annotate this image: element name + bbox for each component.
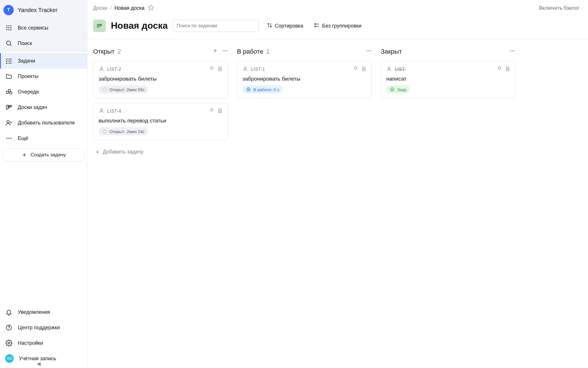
enable-backlog-button[interactable]: Включить бэклог	[536, 3, 582, 13]
task-card[interactable]: LIST-4выполнить перевод статьиОткрыт: 2м…	[93, 103, 228, 140]
search-input[interactable]	[177, 23, 255, 29]
svg-point-1	[8, 25, 9, 26]
svg-point-4	[8, 27, 9, 28]
create-task-button[interactable]: Создать задачу	[2, 148, 85, 161]
task-card[interactable]: LIST-написатЗакр	[381, 61, 516, 98]
sidebar-item-queues[interactable]: Очереди	[0, 84, 87, 100]
svg-point-43	[226, 50, 227, 51]
description-icon[interactable]	[505, 66, 510, 73]
status-text: В работе: 0 с	[253, 87, 279, 92]
sidebar-mid: Задачи Проекты Очереди Доски задач Добав…	[0, 51, 87, 304]
priority-icon[interactable]	[353, 66, 358, 73]
sidebar-item-notifications[interactable]: Уведомления	[0, 304, 87, 320]
board-icon	[5, 104, 13, 111]
column-body: LIST-1забронировать билетыВ работе: 0 с	[237, 61, 372, 98]
gear-icon	[5, 339, 13, 347]
priority-icon[interactable]	[209, 108, 214, 114]
svg-point-20	[7, 120, 9, 123]
add-card-button[interactable]	[212, 48, 218, 55]
svg-point-67	[514, 50, 515, 51]
board: Открыт2LIST-2забронировать билетыОткрыт:…	[93, 48, 582, 365]
sort-button[interactable]: Сортировка	[264, 21, 306, 31]
breadcrumb: Доски / Новая доска Включить бэклог	[87, 0, 588, 16]
brand-row[interactable]: T Yandex Tracker	[0, 0, 87, 20]
search-input-wrapper[interactable]	[173, 20, 259, 32]
sidebar: T Yandex Tracker Все сервисы Поиск Задач…	[0, 0, 87, 368]
column-body: LIST-2забронировать билетыОткрыт: 2мин 5…	[93, 61, 228, 157]
task-key: LIST-	[395, 67, 406, 72]
description-icon[interactable]	[217, 66, 222, 73]
sidebar-item-label: Очереди	[18, 89, 39, 95]
breadcrumb-root[interactable]: Доски	[93, 5, 107, 11]
board-scroll[interactable]: Открыт2LIST-2забронировать билетыОткрыт:…	[87, 40, 588, 368]
task-title: выполнить перевод статьи	[99, 118, 222, 124]
sidebar-item-search[interactable]: Поиск	[0, 36, 87, 51]
status-text: Закр	[397, 87, 406, 92]
svg-point-48	[103, 88, 106, 91]
sidebar-item-tasks[interactable]: Задачи	[0, 53, 87, 69]
status-chip: Открыт: 2мин 24с	[99, 127, 148, 135]
sidebar-item-settings[interactable]: Настройки	[0, 335, 87, 351]
sidebar-item-label: Добавить пользователя	[18, 120, 75, 126]
task-title: забронировать билеты	[242, 76, 366, 82]
svg-point-68	[388, 67, 390, 69]
add-task-button[interactable]: Добавить задачу	[93, 147, 228, 157]
back-marker-icon: ◀	[37, 361, 41, 367]
svg-point-16	[10, 92, 12, 94]
sort-icon	[267, 22, 273, 30]
task-key: LIST-1	[251, 67, 265, 72]
svg-point-66	[512, 50, 513, 51]
column-menu-button[interactable]	[510, 48, 516, 55]
sidebar-item-more[interactable]: Ещё	[0, 131, 87, 146]
status-text: Открыт: 2мин 24с	[109, 129, 145, 134]
sidebar-item-all-services[interactable]: Все сервисы	[0, 20, 87, 36]
column-body: LIST-написатЗакр	[381, 61, 516, 98]
description-icon[interactable]	[217, 108, 222, 114]
svg-point-65	[511, 50, 511, 51]
favorite-button[interactable]	[148, 4, 154, 12]
queues-icon	[5, 88, 13, 96]
svg-point-7	[8, 29, 9, 30]
sidebar-item-label: Уведомления	[18, 309, 50, 315]
svg-rect-60	[354, 67, 357, 70]
board-column-in_progress: В работе1LIST-1забронировать билетыВ раб…	[237, 48, 372, 365]
svg-rect-32	[97, 24, 99, 28]
sidebar-item-support[interactable]: Центр поддержки	[0, 320, 87, 335]
group-button[interactable]: Без группировки	[311, 21, 364, 31]
sidebar-item-boards[interactable]: Доски задач	[0, 100, 87, 115]
task-card[interactable]: LIST-2забронировать билетыОткрыт: 2мин 5…	[93, 61, 228, 98]
breadcrumb-separator: /	[110, 5, 111, 11]
description-icon[interactable]	[361, 66, 366, 73]
svg-point-25	[10, 138, 11, 139]
status-chip: Закр	[386, 85, 410, 94]
priority-icon[interactable]	[497, 66, 502, 73]
assignee-icon	[242, 66, 248, 73]
svg-rect-50	[210, 108, 213, 112]
column-menu-button[interactable]	[222, 48, 228, 55]
task-card[interactable]: LIST-1забронировать билетыВ работе: 0 с	[237, 61, 372, 98]
status-icon	[246, 87, 251, 92]
sidebar-item-projects[interactable]: Проекты	[0, 69, 87, 84]
svg-point-9	[7, 41, 11, 45]
breadcrumb-current: Новая доска	[114, 5, 144, 11]
sidebar-item-label: Центр поддержки	[18, 325, 60, 331]
sidebar-item-add-user[interactable]: Добавить пользователя	[0, 115, 87, 131]
add-user-icon	[5, 119, 13, 126]
svg-point-5	[10, 27, 11, 28]
group-label: Без группировки	[322, 23, 361, 29]
page-header: Новая доска Сортировка Без группировки	[87, 16, 588, 40]
column-menu-button[interactable]	[366, 48, 372, 55]
sidebar-top: T Yandex Tracker Все сервисы Поиск	[0, 0, 87, 51]
priority-icon[interactable]	[209, 66, 214, 73]
sidebar-item-label: Настройки	[18, 340, 43, 346]
svg-point-2	[10, 25, 11, 26]
svg-rect-34	[101, 24, 102, 26]
sidebar-item-label: Проекты	[18, 73, 38, 79]
sort-label: Сортировка	[275, 23, 303, 29]
task-key: LIST-4	[107, 109, 121, 114]
sidebar-item-account[interactable]: ЯО Учётная запись	[0, 351, 87, 366]
sidebar-item-label: Доски задач	[18, 104, 47, 110]
svg-marker-31	[148, 5, 154, 10]
board-column-open: Открыт2LIST-2забронировать билетыОткрыт:…	[93, 48, 228, 365]
column-count: 1	[266, 48, 270, 55]
